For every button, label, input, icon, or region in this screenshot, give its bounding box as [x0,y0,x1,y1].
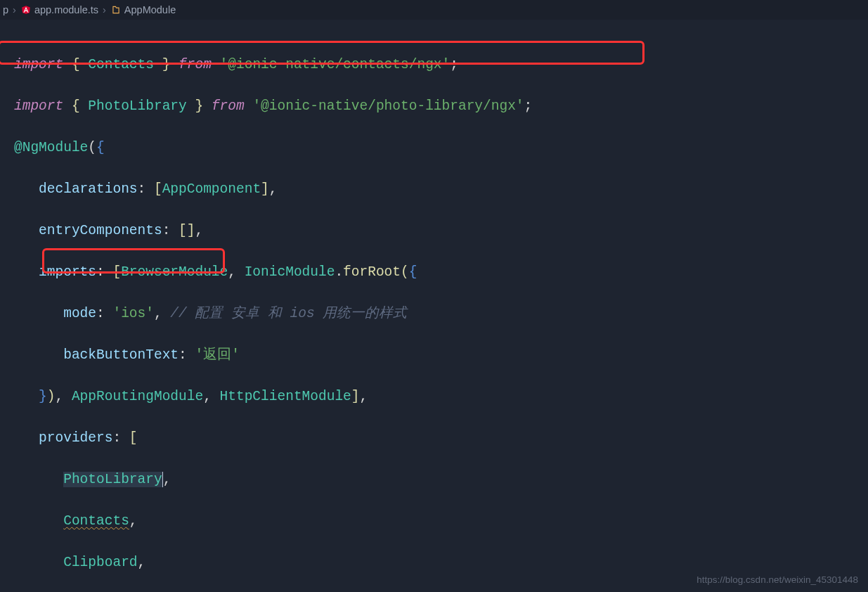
angular-file-icon [20,4,32,15]
breadcrumb-label: p [3,4,8,15]
code-line: declarations: [AppComponent], [14,179,861,200]
code-line: import { Contacts } from '@ionic-native/… [14,55,861,76]
code-line: PhotoLibrary, [14,470,861,491]
watermark-text: https://blog.csdn.net/weixin_45301448 [697,574,858,585]
code-editor[interactable]: import { Contacts } from '@ionic-native/… [0,20,868,592]
breadcrumb-item-file[interactable]: app.module.ts [20,4,98,15]
code-line: mode: 'ios', // 配置 安卓 和 ios 用统一的样式 [14,304,861,325]
code-line: providers: [ [14,428,861,449]
module-symbol-icon [110,4,122,15]
chevron-right-icon: › [103,4,106,15]
chevron-right-icon: › [13,4,16,15]
code-line: entryComponents: [], [14,221,861,242]
breadcrumb-item-symbol[interactable]: AppModule [110,4,176,15]
code-line: Contacts, [14,511,861,532]
breadcrumb-bar: p › app.module.ts › AppModule [0,0,868,20]
breadcrumb-item-root[interactable]: p [3,4,8,15]
code-line: @NgModule({ [14,138,861,159]
breadcrumb-label: AppModule [124,4,176,15]
code-line: }), AppRoutingModule, HttpClientModule], [14,387,861,408]
code-line: import { PhotoLibrary } from '@ionic-nat… [14,96,861,117]
breadcrumb-label: app.module.ts [34,4,98,15]
code-line: imports: [BrowserModule, IonicModule.for… [14,262,861,283]
code-line: backButtonText: '返回' [14,345,861,366]
code-line: Clipboard, [14,553,861,574]
keyword: import [14,57,63,72]
